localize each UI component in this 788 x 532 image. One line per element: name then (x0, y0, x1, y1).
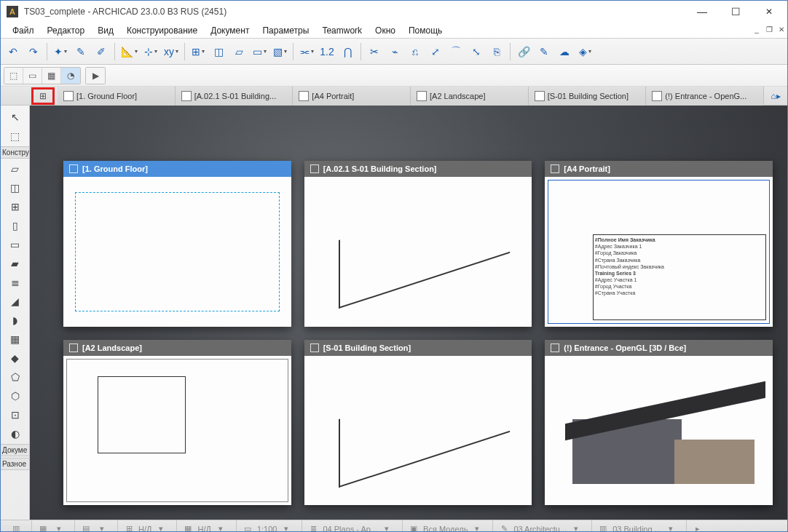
menu-document[interactable]: Документ (205, 24, 255, 37)
maximize-button[interactable]: ☐ (719, 1, 752, 23)
menu-help[interactable]: Помощь (403, 24, 448, 37)
grid-button[interactable]: ⊞ (189, 42, 208, 61)
split-button[interactable]: ⌁ (385, 42, 404, 61)
status-reno[interactable]: 03 Building ... (612, 525, 661, 533)
chevron-down-icon[interactable]: ▾ (154, 523, 168, 533)
selmode-4-button[interactable]: ◔ (61, 68, 80, 84)
status-icon[interactable]: ▦ (181, 523, 194, 533)
status-icon[interactable]: ▥ (9, 523, 23, 533)
tile-entrance-3d[interactable]: (!) Entrance - OpenGL [3D / Все] (545, 340, 773, 506)
tile-a2-landscape[interactable]: [A2 Landscape] (63, 340, 291, 506)
tab-ground-floor[interactable]: [1. Ground Floor] (58, 87, 176, 106)
chevron-down-icon[interactable]: ▾ (95, 523, 109, 533)
menu-teamwork[interactable]: Teamwork (316, 24, 368, 37)
chevron-down-icon[interactable]: ▾ (280, 523, 293, 533)
plane-button[interactable]: ▱ (229, 42, 248, 61)
menu-view[interactable]: Вид (92, 24, 119, 37)
arrow-tool[interactable]: ↖ (4, 108, 26, 126)
pick-button[interactable]: ✦ (51, 42, 70, 61)
status-scale[interactable]: 1:100 (257, 525, 277, 533)
menu-file[interactable]: Файл (7, 24, 40, 37)
minimize-button[interactable]: — (685, 1, 719, 23)
fillet-button[interactable]: ⌒ (446, 42, 465, 61)
marquee-tool[interactable]: ⬚ (4, 127, 26, 145)
snap-button[interactable]: ◫ (209, 42, 228, 61)
offset-button[interactable]: ⎘ (487, 42, 506, 61)
connect-button[interactable]: ⫘ (297, 42, 316, 61)
roof-tool[interactable]: ◢ (4, 293, 26, 310)
reno-icon[interactable]: ▥ (596, 523, 610, 533)
tile-a021-section[interactable]: [A.02.1 S-01 Building Section] (304, 161, 532, 327)
eyedropper-button[interactable]: ✎ (71, 42, 90, 61)
link-button[interactable]: 🔗 (514, 42, 533, 61)
tab-entrance-3d[interactable]: (!) Entrance - OpenG... (646, 87, 764, 106)
status-penset[interactable]: 03 Architectu... (513, 525, 567, 533)
stair-tool[interactable]: ≣ (4, 274, 26, 291)
marquee-button[interactable]: ▧ (270, 42, 289, 61)
intersect-button[interactable]: ⤢ (426, 42, 445, 61)
cloud-button[interactable]: ☁ (555, 42, 574, 61)
morph-tool[interactable]: ◆ (4, 349, 26, 367)
chevron-down-icon[interactable]: ▾ (52, 523, 66, 533)
layers-icon[interactable]: ≣ (307, 523, 320, 533)
mesh-tool[interactable]: ⊡ (4, 406, 26, 424)
tab-a4-portrait[interactable]: [A4 Portrait] (293, 87, 411, 106)
cube-button[interactable]: ◈ (575, 42, 594, 61)
beam-tool[interactable]: ▭ (4, 236, 26, 253)
curtain-wall-tool[interactable]: ▦ (4, 330, 26, 348)
layer-button[interactable]: ▭ (250, 42, 269, 61)
arrow-button[interactable]: ▶ (86, 68, 105, 84)
tab-overview-button[interactable]: ⊞ (31, 87, 55, 105)
window-tool[interactable]: ⊞ (4, 198, 26, 215)
menu-edit[interactable]: Редактор (42, 24, 91, 37)
status-icon[interactable]: ▦ (36, 523, 50, 533)
resize-button[interactable]: ⤡ (467, 42, 486, 61)
navigator-home-button[interactable]: ⌂▸ (764, 87, 787, 105)
ruler-button[interactable]: 📐 (119, 42, 140, 61)
status-icon[interactable]: ⊞ (122, 523, 135, 533)
dim-button[interactable]: 1.2 (318, 42, 336, 61)
selmode-2-button[interactable]: ▭ (23, 68, 42, 84)
redo-button[interactable]: ↷ (24, 42, 43, 61)
chevron-down-icon[interactable]: ▾ (470, 523, 484, 533)
chevron-down-icon[interactable]: ▾ (570, 523, 583, 533)
selmode-1-button[interactable]: ⬚ (4, 68, 23, 84)
chevron-down-icon[interactable]: ▾ (664, 523, 677, 533)
tile-s01-section[interactable]: [S-01 Building Section] (304, 340, 532, 506)
shell-tool[interactable]: ◗ (4, 311, 26, 329)
chevron-right-icon[interactable]: ▸ (691, 523, 704, 533)
adjust-button[interactable]: ⎌ (406, 42, 425, 61)
object-tool[interactable]: ⬠ (4, 368, 26, 386)
chevron-down-icon[interactable]: ▾ (214, 523, 227, 533)
mdi-minimize-icon[interactable]: _ (752, 25, 762, 36)
wall-tool[interactable]: ▱ (4, 160, 26, 178)
selmode-3-button[interactable]: ▦ (42, 68, 61, 84)
tile-a4-portrait[interactable]: [A4 Portrait] #Полное Имя Заказчика #Адр… (545, 161, 773, 327)
penset-icon[interactable]: ✎ (497, 523, 511, 533)
trim-button[interactable]: ✂ (365, 42, 384, 61)
menu-options[interactable]: Параметры (256, 24, 315, 37)
door-tool[interactable]: ◫ (4, 179, 26, 196)
model-icon[interactable]: ▣ (407, 523, 420, 533)
syringe-button[interactable]: ✐ (92, 42, 111, 61)
chevron-down-icon[interactable]: ▾ (380, 523, 393, 533)
undo-button[interactable]: ↶ (4, 42, 23, 61)
guides-button[interactable]: ⊹ (141, 42, 160, 61)
status-layers[interactable]: 04 Plans - Ap... (323, 525, 377, 533)
mdi-close-icon[interactable]: ✕ (776, 25, 787, 36)
column-tool[interactable]: ▯ (4, 217, 26, 234)
menu-window[interactable]: Окно (369, 24, 401, 37)
status-icon[interactable]: ▤ (79, 523, 92, 533)
close-button[interactable]: ✕ (752, 1, 786, 23)
tab-s01-section[interactable]: [S-01 Building Section] (529, 87, 647, 106)
tab-a2-landscape[interactable]: [A2 Landscape] (411, 87, 529, 106)
magnet-button[interactable]: ⋂ (338, 42, 357, 61)
tile-ground-floor[interactable]: [1. Ground Floor] (63, 161, 291, 327)
mdi-restore-icon[interactable]: ❐ (764, 25, 774, 36)
tab-section-a021[interactable]: [A.02.1 S-01 Building... (176, 87, 293, 106)
scale-icon[interactable]: ▭ (241, 523, 254, 533)
attributes-button[interactable]: ✎ (535, 42, 553, 61)
status-model[interactable]: Вся Модель (423, 525, 468, 533)
slab-tool[interactable]: ▰ (4, 255, 26, 272)
coord-button[interactable]: xy (162, 42, 181, 61)
